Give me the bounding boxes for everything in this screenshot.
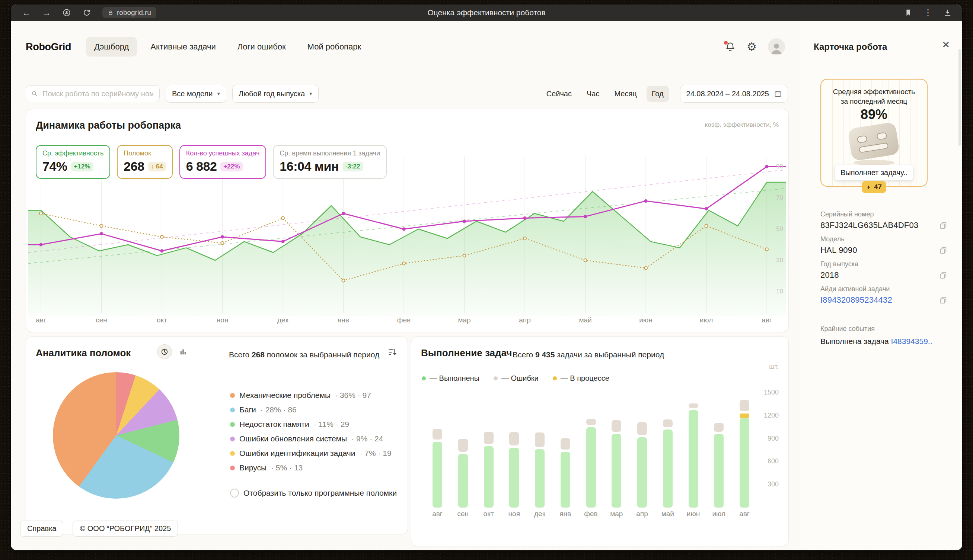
model-select[interactable]: Все модели ▾ [166,85,226,103]
axis-label: коэф. эффективности, % [705,121,779,129]
panel-scrollbar[interactable] [958,49,961,146]
robot-field: Айди активной задачиI894320895234432 [820,285,947,305]
bar-segment [637,437,647,508]
active-task-link[interactable]: I894320895234432 [820,295,947,305]
robot-field: Год выпуска2018 [820,260,947,280]
legend-label: Механические проблемы [239,391,331,400]
back-icon[interactable]: ← [22,8,31,17]
legend-dot [230,393,235,398]
close-icon[interactable]: × [942,38,950,50]
nav-item[interactable]: Мой робопарк [299,37,369,57]
copy-icon[interactable] [939,271,947,279]
kebab-menu-icon[interactable]: ⋮ [923,8,933,17]
search-input[interactable] [42,89,154,98]
tasks-x-axis: авгсеноктноядекянвфевмарапрмайиюниюлавг [423,510,750,519]
filters-bar: Все модели ▾ Любой год выпуска ▾ СейчасЧ… [26,85,788,103]
date-range-picker[interactable]: 24.08.2024 – 24.08.2025 [680,85,788,103]
bar-segment [484,432,493,444]
bar-segment [509,448,519,508]
year-select[interactable]: Любой год выпуска ▾ [232,85,319,103]
download-icon[interactable] [944,8,952,17]
pie-view-toggle[interactable] [157,344,172,359]
robot-status-button[interactable]: Выполняет задачу.. [834,165,914,181]
x-axis-label: сен [96,316,107,324]
help-button[interactable]: Справка [20,521,63,537]
x-axis-label: ноя [508,510,520,518]
y-axis-label: 90 [776,163,783,170]
breakdown-legend-item: Баги· 28% · 86 [230,406,391,414]
time-tab[interactable]: Час [582,86,605,102]
tasks-total: Всего 9 435 задачи за выбранный период [513,350,664,359]
dynamics-title: Динамика работы робопарка [36,120,181,131]
main-nav: ДэшбордАктивные задачиЛоги ошибокМой роб… [86,37,369,57]
software-only-checkbox[interactable]: Отобразить только программные поломки [230,488,397,498]
bar-view-toggle[interactable] [176,344,191,359]
stats-row: Ср. эффективность74%+12%Поломок268↓ 64Ко… [36,145,387,179]
avatar[interactable] [768,38,785,55]
search-field[interactable] [26,85,160,102]
gear-icon[interactable]: ⚙ [747,41,757,52]
bar-segment [433,442,442,508]
bar-segment [586,419,596,425]
nav-item[interactable]: Логи ошибок [229,37,294,57]
browser-chrome: ← → robogrid.ru Оценка эффективности роб… [11,5,962,21]
x-axis-label: мар [610,510,623,518]
nav-item[interactable]: Активные задачи [142,37,224,57]
legend-dot [230,437,235,442]
bar-segment [535,449,545,508]
chart-view-toggle [157,344,191,359]
forward-icon[interactable]: → [42,8,51,17]
robot-panel: Карточка робота × Средняя эффективность … [800,21,962,550]
legend-label: — В процессе [560,374,609,383]
stat-value: 74% [42,159,67,173]
stat-label: Поломок [124,150,166,157]
nav-item[interactable]: Дэшборд [86,37,137,57]
breakdown-legend-item: Ошибки идентификации задачи· 7% · 19 [230,449,391,457]
x-axis-label: фев [584,510,597,518]
bar-segment [458,454,468,508]
legend-dot [230,408,235,412]
legend-values: · 5% · 13 [271,463,303,472]
bar-segment [458,439,468,452]
x-axis-label: окт [157,316,167,324]
event-task-link[interactable]: I48394359.. [891,337,933,345]
refresh-icon[interactable] [82,8,91,17]
tasks-legend: — Выполнены— Ошибки— В процессе [422,374,609,383]
url-bar[interactable]: robogrid.ru [102,7,156,18]
legend-label: — Выполнены [430,374,480,383]
legend-dot [493,376,498,380]
x-axis-label: авг [762,316,772,324]
stat-card: Кол-во успешных задач6 882+22% [179,145,266,179]
efficiency-caption-line1: Средняя эффективность [821,87,927,97]
time-range-tabs: СейчасЧасМесяцГод [541,86,669,102]
account-icon[interactable] [62,8,71,17]
field-label: Серийный номер [820,210,947,218]
legend-dot [230,465,235,470]
y-axis-label: 10 [776,288,783,295]
tasks-legend-item: — Выполнены [422,374,480,383]
copy-icon[interactable] [939,246,947,254]
copy-icon[interactable] [939,221,947,230]
energy-badge: 47 [862,181,886,193]
bar-segment [740,400,749,411]
robot-field: Серийный номер83FJ324LG635LAB4DF03 [820,210,947,230]
y-axis-label: 900 [767,435,779,442]
time-tab[interactable]: Месяц [609,86,642,102]
breakdown-card: Аналитика поломок Всего 268 поломок за в… [26,337,408,534]
sort-icon[interactable] [388,347,397,358]
bookmark-icon[interactable] [904,8,912,17]
checkbox-circle[interactable] [230,488,239,498]
bar-chart-icon [179,348,187,356]
field-value: 2018 [820,270,947,280]
tasks-card: Выполнение задач Всего 9 435 задачи за в… [411,337,789,546]
stat-delta: +12% [71,162,94,172]
legend-dot [230,422,235,427]
y-axis-label: 600 [767,457,779,465]
notifications-bell-icon[interactable] [725,42,736,52]
x-axis-label: апр [636,510,648,518]
time-tab[interactable]: Сейчас [541,86,577,102]
stat-label: Кол-во успешных задач [186,150,260,157]
tasks-legend-item: — Ошибки [493,374,538,383]
time-tab[interactable]: Год [647,86,669,102]
copy-icon[interactable] [939,296,947,304]
